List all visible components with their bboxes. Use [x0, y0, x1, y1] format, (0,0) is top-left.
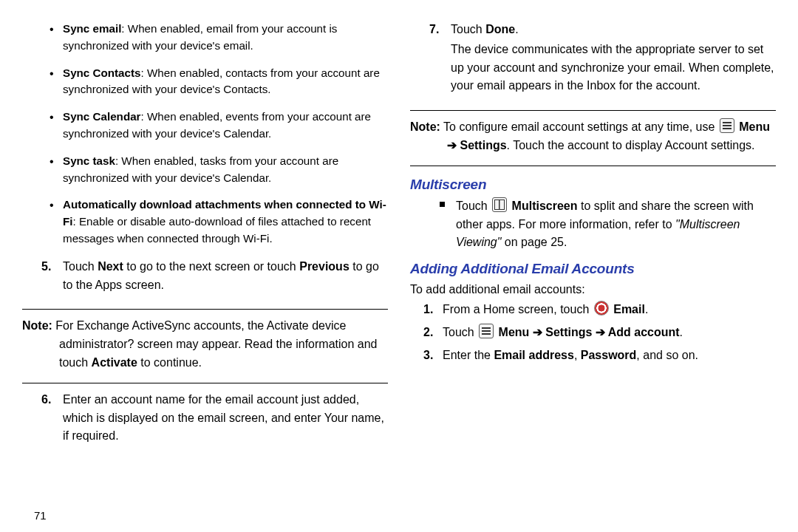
bold-email: Email	[613, 303, 645, 316]
text-post: , and so on.	[636, 349, 698, 361]
divider	[410, 166, 776, 166]
adding-intro: To add additional email accounts:	[410, 283, 776, 296]
add-step-2: 2. Touch Menu ➔ Settings ➔ Add account.	[410, 324, 776, 342]
note-label: Note:	[22, 319, 52, 332]
bullet-auto-download: Automatically download attachments when …	[63, 197, 388, 247]
step-number: 6.	[41, 391, 51, 409]
bold-email-address: Email address	[494, 349, 574, 361]
bullet-bold: Sync task	[63, 154, 115, 167]
step-7: 7. Touch Done. The device communicates w…	[410, 21, 776, 95]
note-configure-email: Note: To configure email account setting…	[410, 118, 776, 155]
step-bold-previous: Previous	[299, 260, 349, 273]
bullet-sync-task: Sync task: When enabled, tasks from your…	[63, 153, 388, 187]
note-activesync: Note: For Exchange ActiveSync accounts, …	[22, 317, 388, 372]
bullet-bold: Sync email	[63, 22, 121, 35]
arrow-icon: ➔	[592, 326, 607, 338]
bullet-bold: Sync Contacts	[63, 66, 141, 79]
arrow-icon: ➔	[529, 326, 545, 338]
bold-menu: Menu	[499, 326, 530, 338]
step-bold-done: Done	[485, 23, 515, 35]
text-pre: Touch	[443, 326, 477, 338]
note-text-post: . Touch the account to display Account s…	[507, 139, 755, 151]
bullet-text: : Enable or disable auto-download of fil…	[63, 215, 371, 245]
text-pre: Touch	[456, 200, 491, 212]
menu-icon	[720, 118, 734, 133]
separator: ,	[574, 349, 581, 361]
step-number: 5.	[41, 258, 51, 276]
note-bold-menu: Menu	[739, 120, 770, 133]
step-text-pre: Touch	[63, 260, 98, 273]
step-text: Enter an account name for the email acco…	[63, 393, 384, 443]
bold-add-account: Add account	[608, 326, 680, 338]
text-post: on page 25.	[501, 236, 567, 248]
bold-password: Password	[581, 349, 637, 361]
text-post: .	[680, 326, 683, 338]
add-step-1: 1. From a Home screen, touch Email.	[410, 301, 776, 319]
step-number: 1.	[423, 301, 433, 319]
step-text-pre: Touch	[451, 23, 485, 35]
multiscreen-icon	[492, 197, 507, 212]
arrow-icon: ➔	[447, 139, 460, 151]
divider	[22, 309, 388, 310]
note-label: Note:	[410, 120, 440, 133]
note-text-post: to continue.	[137, 356, 202, 369]
step-text-mid: to go to the next screen or touch	[123, 260, 299, 273]
heading-adding-accounts: Adding Additional Email Accounts	[410, 261, 776, 277]
email-icon	[594, 301, 609, 316]
bullet-sync-contacts: Sync Contacts: When enabled, contacts fr…	[63, 65, 388, 99]
text-post: .	[645, 303, 648, 316]
step-number: 3.	[423, 347, 433, 365]
note-bold-activate: Activate	[92, 356, 137, 369]
note-bold-settings: Settings	[460, 139, 506, 151]
step-bold-next: Next	[98, 260, 123, 273]
right-column: 7. Touch Done. The device communicates w…	[410, 21, 776, 523]
step-text-post: .	[515, 23, 518, 35]
bullet-sync-email: Sync email: When enabled, email from you…	[63, 21, 388, 55]
step-6: 6. Enter an account name for the email a…	[22, 391, 388, 446]
heading-multiscreen: Multiscreen	[410, 177, 776, 193]
step-number: 7.	[429, 21, 439, 39]
add-step-3: 3. Enter the Email address, Password, an…	[410, 347, 776, 365]
divider	[22, 383, 388, 383]
note-text-pre: To configure email account settings at a…	[440, 120, 718, 133]
menu-icon	[479, 324, 494, 338]
sync-options-list: Sync email: When enabled, email from you…	[22, 21, 388, 258]
text-pre: From a Home screen, touch	[443, 303, 593, 316]
divider	[410, 110, 776, 111]
bullet-bold: Sync Calendar	[63, 110, 141, 123]
step-5: 5. Touch Next to go to the next screen o…	[22, 258, 388, 295]
bullet-sync-calendar: Sync Calendar: When enabled, events from…	[63, 109, 388, 143]
bold-multiscreen: Multiscreen	[512, 200, 578, 212]
step-number: 2.	[423, 324, 433, 342]
page-number: 71	[34, 509, 47, 522]
multiscreen-bullet: Touch Multiscreen to split and share the…	[410, 197, 776, 252]
text-pre: Enter the	[443, 349, 494, 361]
left-column: Sync email: When enabled, email from you…	[22, 21, 388, 523]
step-body: The device communicates with the appropr…	[451, 41, 776, 95]
bold-settings: Settings	[545, 326, 592, 338]
